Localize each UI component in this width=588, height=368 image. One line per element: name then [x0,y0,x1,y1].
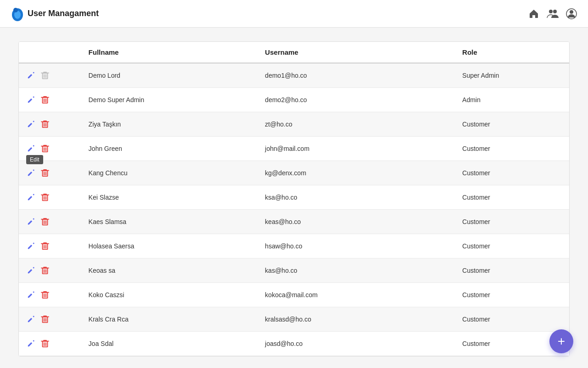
edit-button[interactable]: Edit [26,217,36,227]
edit-button[interactable]: Edit [26,119,36,129]
delete-icon [41,315,49,324]
actions-cell: Edit [19,332,81,356]
edit-icon [27,120,35,128]
fullname-cell: Demo Super Admin [81,88,258,112]
table-header-row: Fullname Username Role [19,42,569,63]
edit-button[interactable]: Edit [26,241,36,251]
role-cell: Customer [455,283,569,307]
home-icon[interactable] [528,8,539,19]
username-cell: demo1@ho.co [258,63,455,88]
delete-button[interactable] [40,167,50,178]
table-row: Edit Holasea Saersahsaw@ho.coCustomer [19,234,569,259]
edit-button[interactable]: Edit [26,168,36,178]
actions-cell: Edit [19,307,81,332]
role-cell: Customer [455,137,569,161]
username-cell: kokoca@mail.com [258,283,455,307]
table-row: Edit Joa Sdaljoasd@ho.coCustomer [19,332,569,356]
fullname-cell: Krals Cra Rca [81,307,258,332]
delete-icon [41,217,49,226]
fab-plus-icon: + [558,334,565,349]
username-cell: kg@denx.com [258,161,455,185]
user-table-wrapper: Fullname Username Role Edit Demo Lorddem… [18,41,570,356]
table-row: Edit Kaes Slamsakeas@ho.coCustomer [19,210,569,234]
edit-button[interactable]: Edit [26,95,36,105]
users-icon[interactable] [547,8,559,19]
edit-icon [27,339,35,348]
username-cell: keas@ho.co [258,210,455,234]
username-cell: kralsasd@ho.co [258,307,455,332]
delete-icon [41,290,49,299]
delete-icon [41,168,49,178]
delete-button[interactable] [40,119,50,130]
edit-button[interactable]: Edit [26,70,36,80]
delete-button[interactable] [40,143,50,154]
delete-button[interactable] [40,289,50,300]
delete-icon [41,120,49,129]
logo-icon [11,6,24,22]
actions-cell: Edit [19,210,81,234]
col-header-username: Username [258,42,455,63]
edit-button[interactable]: Edit [26,290,36,300]
actions-cell: Edit [19,112,81,137]
actions-cell: Edit [19,63,81,88]
delete-icon [41,144,49,153]
delete-icon [41,193,49,202]
account-icon[interactable] [566,8,577,19]
edit-button[interactable]: Edit [26,339,36,349]
svg-point-3 [549,10,553,13]
svg-point-4 [553,10,557,13]
table-row: Edit Demo Super Admindemo2@ho.coAdmin [19,88,569,112]
edit-icon [27,71,35,80]
delete-icon [41,266,49,275]
add-user-fab[interactable]: + [549,329,573,353]
fullname-cell: John Green [81,137,258,161]
svg-point-2 [13,8,18,12]
edit-icon [27,315,35,323]
delete-button[interactable] [40,265,50,276]
table-row: Edit John Greenjohn@mail.comCustomer [19,137,569,161]
actions-cell: Edit [19,161,81,185]
table-row: Edit Koko Caszsikokoca@mail.comCustomer [19,283,569,307]
role-cell: Customer [455,185,569,210]
actions-cell: Edit [19,234,81,259]
delete-button[interactable] [40,216,50,227]
delete-button[interactable] [40,241,50,252]
fullname-cell: Kaes Slamsa [81,210,258,234]
role-cell: Customer [455,112,569,137]
fullname-cell: Keoas sa [81,259,258,283]
edit-icon [27,169,35,177]
header: User Managament [0,0,588,28]
role-cell: Customer [455,161,569,185]
edit-button[interactable]: Edit [26,144,36,154]
main-content: Fullname Username Role Edit Demo Lorddem… [0,28,588,368]
actions-cell: Edit [19,259,81,283]
delete-button[interactable] [40,314,50,325]
actions-cell: Edit [19,185,81,210]
username-cell: joasd@ho.co [258,332,455,356]
svg-point-5 [570,10,573,14]
delete-button[interactable] [40,94,50,105]
edit-button[interactable]: Edit [26,265,36,276]
table-row: Edit Ziya Taşkınzt@ho.coCustomer [19,112,569,137]
fullname-cell: Ziya Taşkın [81,112,258,137]
col-header-role: Role [455,42,569,63]
edit-button[interactable]: Edit [26,314,36,324]
delete-button[interactable] [40,338,50,349]
delete-button[interactable] [40,192,50,203]
edit-icon [27,291,35,299]
role-cell: Super Admin [455,63,569,88]
edit-button[interactable]: Edit [26,192,36,202]
delete-icon [41,71,49,80]
fullname-cell: Demo Lord [81,63,258,88]
table-row: Edit Kang Chencukg@denx.comCustomer [19,161,569,185]
header-icons [528,8,577,19]
role-cell: Customer [455,307,569,332]
username-cell: zt@ho.co [258,112,455,137]
role-cell: Admin [455,88,569,112]
fullname-cell: Kang Chencu [81,161,258,185]
fullname-cell: Holasea Saersa [81,234,258,259]
fullname-cell: Joa Sdal [81,332,258,356]
delete-button[interactable] [40,70,50,81]
edit-icon [27,193,35,201]
actions-cell: Edit [19,283,81,307]
